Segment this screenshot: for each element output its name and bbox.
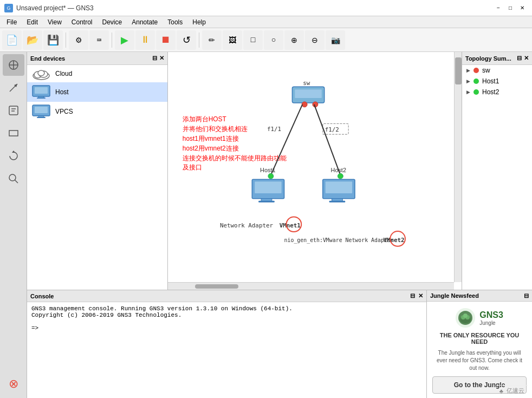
- save-button[interactable]: 💾: [43, 30, 63, 50]
- topology-panel-controls: ⊟ ✕: [517, 55, 529, 62]
- svg-point-41: [268, 173, 274, 179]
- edit-notes-button[interactable]: ✏: [202, 30, 222, 50]
- svg-point-47: [338, 173, 343, 179]
- canvas-scrollbar-v[interactable]: [454, 52, 462, 282]
- jungle-content: GNS3 Jungle THE ONLY RESOURCE YOU NEED T…: [427, 302, 532, 398]
- topo-status-sw: [473, 68, 479, 73]
- cursor-tool[interactable]: [3, 54, 24, 76]
- vpcs-icon: [31, 104, 51, 119]
- open-button[interactable]: 📂: [23, 30, 42, 50]
- console-content[interactable]: GNS3 management console. Running GNS3 ve…: [27, 302, 426, 398]
- svg-text:Host1: Host1: [260, 167, 275, 173]
- jungle-brand: GNS3: [479, 310, 503, 320]
- zoom-out-button[interactable]: ⊖: [305, 30, 325, 50]
- svg-line-38: [271, 105, 302, 175]
- stop-all-button[interactable]: ⏹: [156, 30, 176, 50]
- menu-view[interactable]: View: [43, 17, 66, 27]
- console-close-button[interactable]: ✕: [418, 292, 423, 299]
- rotate-tool[interactable]: [3, 145, 24, 167]
- topo-label-host2: Host2: [482, 88, 499, 96]
- jungle-title: Jungle Newsfeed: [430, 292, 479, 299]
- screenshot-button[interactable]: 📷: [326, 30, 345, 50]
- jungle-logo: GNS3 Jungle: [456, 308, 503, 328]
- svg-text:添加两台HOST: 添加两台HOST: [183, 115, 226, 123]
- draw-ellipse-button[interactable]: ○: [264, 30, 283, 50]
- zoom-area-tool[interactable]: [3, 168, 24, 190]
- window-controls: − □ ✕: [493, 3, 528, 14]
- menu-file[interactable]: File: [2, 17, 21, 27]
- svg-point-33: [302, 102, 307, 107]
- svg-rect-17: [35, 87, 48, 94]
- svg-text:nio_gen_eth:VMware Network Ada: nio_gen_eth:VMware Network Adapter: [284, 237, 394, 244]
- device-item-vpcs[interactable]: VPCS: [27, 102, 167, 121]
- svg-rect-21: [35, 107, 48, 113]
- add-note-tool[interactable]: [3, 100, 24, 121]
- menu-help[interactable]: Help: [188, 17, 210, 27]
- insert-image-button[interactable]: 🖼: [223, 30, 242, 50]
- network-diagram[interactable]: 添加两台HOST 并将他们和交换机相连 host1用vmnet1连接 host2…: [168, 52, 454, 282]
- jungle-logo-icon: [456, 308, 475, 328]
- jungle-desc: The Jungle has everything you will ever …: [432, 349, 527, 372]
- pause-all-button[interactable]: ⏸: [135, 30, 155, 50]
- canvas-area[interactable]: 添加两台HOST 并将他们和交换机相连 host1用vmnet1连接 host2…: [168, 52, 462, 290]
- bottom-panels: Console ⊟ ✕ GNS3 management console. Run…: [27, 290, 532, 398]
- new-project-button[interactable]: 📄: [2, 30, 22, 50]
- device-manager-button[interactable]: ⚙: [69, 30, 88, 50]
- toolbar: 📄 📂 💾 ⚙ ⌨ ▶ ⏸ ⏹ ↺ ✏ 🖼 □ ○ ⊕ ⊖ 📷: [0, 28, 532, 52]
- topology-item-host2[interactable]: ▶ Host2: [462, 87, 532, 97]
- draw-rect-button[interactable]: □: [243, 30, 263, 50]
- topology-panel: Topology Sum... ⊟ ✕ ▶ sw ▶ Host1: [462, 52, 532, 290]
- topology-panel-close-button[interactable]: ✕: [524, 55, 529, 62]
- device-panel-title: End devices: [30, 55, 65, 62]
- svg-rect-5: [9, 106, 18, 115]
- svg-rect-19: [37, 97, 46, 99]
- topo-status-host2: [473, 89, 479, 95]
- menu-annotate[interactable]: Annotate: [127, 17, 162, 27]
- reload-button[interactable]: ↺: [177, 30, 196, 50]
- device-label-host: Host: [55, 88, 69, 96]
- device-item-host[interactable]: Host: [27, 82, 167, 102]
- svg-rect-32: [295, 89, 321, 98]
- add-link-tool[interactable]: [3, 77, 24, 99]
- console-header: Console ⊟ ✕: [27, 290, 426, 302]
- topology-panel-float-button[interactable]: ⊟: [517, 55, 522, 62]
- topology-title: Topology Sum...: [465, 55, 511, 62]
- console-float-button[interactable]: ⊟: [410, 292, 415, 299]
- svg-text:f1/2: f1/2: [325, 126, 339, 133]
- watermark-text: 亿速云: [507, 387, 524, 395]
- device-panel-header: End devices ⊟ ✕: [27, 52, 167, 65]
- menu-device[interactable]: Device: [98, 17, 127, 27]
- topology-item-sw[interactable]: ▶ sw: [462, 65, 532, 76]
- main-area: ⊗ End devices ⊟ ✕: [0, 52, 532, 398]
- menu-control[interactable]: Control: [67, 17, 97, 27]
- draw-rect-tool[interactable]: [3, 122, 24, 144]
- menu-tools[interactable]: Tools: [163, 17, 187, 27]
- svg-point-10: [9, 174, 16, 181]
- jungle-float-button[interactable]: ⊟: [524, 292, 529, 299]
- device-panel-float-button[interactable]: ⊟: [152, 55, 157, 62]
- toolbar-separator-3: [199, 32, 199, 48]
- svg-text:及接口: 及接口: [183, 164, 202, 171]
- error-indicator[interactable]: ⊗: [3, 373, 24, 395]
- topo-label-host1: Host1: [482, 77, 499, 85]
- left-tool-panel: ⊗: [0, 52, 27, 398]
- maximize-button[interactable]: □: [505, 3, 516, 14]
- device-panel-close-button[interactable]: ✕: [159, 55, 164, 62]
- cloud-icon: [31, 67, 51, 80]
- topo-chevron-host2: ▶: [466, 89, 470, 95]
- device-item-cloud[interactable]: Cloud: [27, 65, 167, 82]
- topology-item-host1[interactable]: ▶ Host1: [462, 76, 532, 87]
- start-all-button[interactable]: ▶: [115, 30, 134, 50]
- svg-line-39: [314, 105, 340, 175]
- canvas-scrollbar-h[interactable]: [168, 282, 454, 290]
- menu-edit[interactable]: Edit: [22, 17, 42, 27]
- close-button[interactable]: ✕: [517, 3, 528, 14]
- svg-point-62: [463, 314, 468, 318]
- host-icon: [31, 84, 51, 100]
- minimize-button[interactable]: −: [493, 3, 504, 14]
- zoom-in-button[interactable]: ⊕: [284, 30, 304, 50]
- svg-text:host2用vmnet2连接: host2用vmnet2连接: [183, 145, 239, 152]
- jungle-header: Jungle Newsfeed ⊟: [427, 290, 532, 302]
- content-area: End devices ⊟ ✕: [27, 52, 532, 398]
- terminal-button[interactable]: ⌨: [89, 30, 109, 50]
